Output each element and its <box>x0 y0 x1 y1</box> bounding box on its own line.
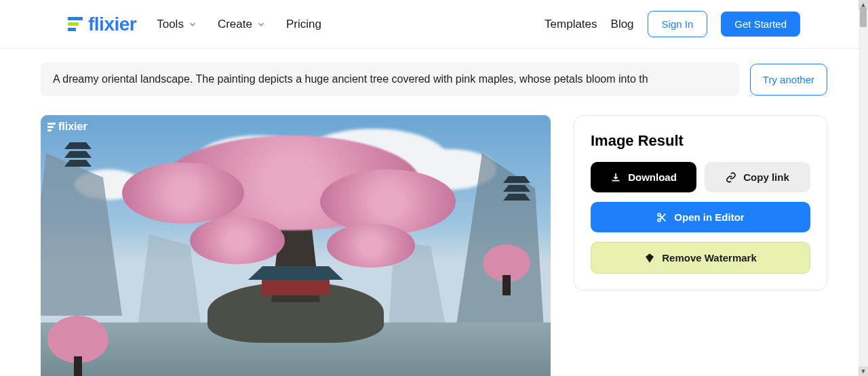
link-icon <box>726 172 736 183</box>
scene-illustration <box>41 115 551 376</box>
diamond-icon <box>644 253 655 264</box>
scroll-thumb[interactable] <box>860 7 867 27</box>
signin-button[interactable]: Sign In <box>648 11 708 37</box>
svg-point-0 <box>658 213 660 216</box>
watermark-logo-icon <box>47 123 56 131</box>
nav-create[interactable]: Create <box>218 18 266 31</box>
svg-point-1 <box>658 219 660 222</box>
generated-image[interactable]: flixier <box>41 115 551 376</box>
nav-create-label: Create <box>218 18 252 31</box>
scroll-down-icon[interactable]: ▼ <box>859 367 868 376</box>
try-another-button[interactable]: Try another <box>750 64 827 96</box>
watermark: flixier <box>47 121 87 133</box>
download-button[interactable]: Download <box>591 162 696 192</box>
download-icon <box>610 172 621 183</box>
remove-watermark-label: Remove Watermark <box>662 252 757 264</box>
scissors-icon <box>656 212 667 223</box>
copylink-button[interactable]: Copy link <box>705 162 810 192</box>
main: Try another f <box>0 49 868 376</box>
nav-right: Templates Blog Sign In Get Started <box>545 11 800 37</box>
content-row: flixier Image Result Download Copy link … <box>41 115 827 376</box>
nav-blog[interactable]: Blog <box>611 18 634 31</box>
nav-templates-label: Templates <box>545 18 597 31</box>
result-title: Image Result <box>591 132 810 150</box>
nav-blog-label: Blog <box>611 18 634 31</box>
nav-tools-label: Tools <box>157 18 184 31</box>
prompt-input[interactable] <box>41 62 739 96</box>
header: flixier Tools Create Pricing Templates B… <box>0 0 868 49</box>
nav-tools[interactable]: Tools <box>157 18 197 31</box>
watermark-text: flixier <box>58 121 87 133</box>
nav-pricing-label: Pricing <box>286 18 321 31</box>
nav-templates[interactable]: Templates <box>545 18 597 31</box>
prompt-row: Try another <box>41 62 827 96</box>
open-editor-label: Open in Editor <box>674 211 744 223</box>
getstarted-button[interactable]: Get Started <box>721 12 800 37</box>
chevron-down-icon <box>256 20 266 29</box>
copylink-label: Copy link <box>743 171 789 183</box>
scrollbar[interactable]: ▲ ▼ <box>859 0 868 376</box>
logo[interactable]: flixier <box>68 14 136 35</box>
nav-left: Tools Create Pricing <box>157 18 321 31</box>
remove-watermark-button[interactable]: Remove Watermark <box>591 242 810 274</box>
download-label: Download <box>628 171 677 183</box>
open-editor-button[interactable]: Open in Editor <box>591 202 810 232</box>
nav-pricing[interactable]: Pricing <box>286 18 321 31</box>
logo-mark-icon <box>68 17 83 31</box>
logo-text: flixier <box>88 14 136 35</box>
chevron-down-icon <box>188 20 197 29</box>
result-sidebar: Image Result Download Copy link Open in … <box>574 115 827 291</box>
